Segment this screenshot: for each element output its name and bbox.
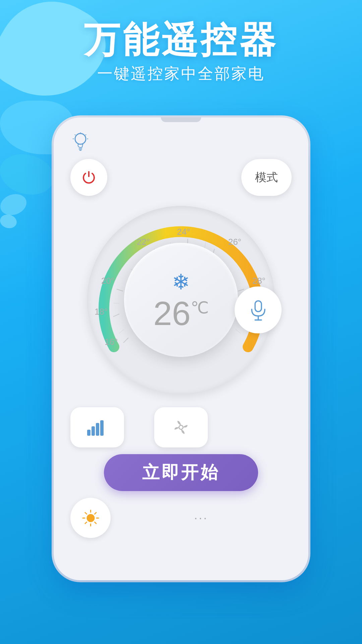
tick-16: 16° (105, 337, 118, 347)
start-button[interactable]: 立即开始 (104, 454, 258, 491)
svg-rect-24 (87, 430, 90, 436)
app-title: 万能遥控器 (0, 20, 362, 60)
start-label: 立即开始 (142, 461, 220, 484)
snowflake-icon: ❄ (172, 270, 190, 294)
svg-line-14 (238, 289, 244, 291)
bulb-icon[interactable] (70, 132, 90, 152)
tick-24: 24° (177, 227, 190, 237)
svg-line-16 (119, 329, 124, 333)
dots-container: ··· (111, 511, 292, 525)
svg-point-0 (75, 133, 86, 144)
mode-label: 模式 (255, 170, 278, 185)
svg-line-37 (85, 513, 87, 514)
svg-rect-27 (100, 420, 104, 436)
center-temp-circle: ❄ 26 ℃ (124, 243, 238, 357)
svg-line-23 (236, 329, 241, 333)
temperature-value: 26 (153, 297, 190, 330)
sun-button[interactable] (70, 498, 111, 538)
svg-line-4 (75, 135, 75, 135)
bg-blob-4 (0, 191, 29, 219)
header: 万能遥控器 一键遥控家中全部家电 (0, 20, 362, 84)
svg-line-10 (117, 289, 123, 291)
phone-mockup: 模式 (54, 117, 308, 580)
top-controls: 模式 (70, 159, 292, 196)
svg-line-5 (85, 135, 86, 135)
svg-rect-29 (255, 301, 261, 312)
bg-blob-5 (0, 213, 18, 230)
temp-unit: ℃ (191, 300, 209, 316)
svg-line-8 (123, 338, 128, 343)
svg-line-9 (113, 314, 119, 317)
power-button[interactable] (70, 159, 107, 196)
tick-20: 20° (101, 276, 114, 286)
svg-line-40 (85, 522, 87, 524)
tick-28: 28° (252, 276, 265, 286)
app-subtitle: 一键遥控家中全部家电 (0, 63, 362, 84)
bg-blob-3 (0, 154, 54, 195)
tick-18: 18° (95, 307, 108, 317)
tick-26: 26° (228, 237, 241, 247)
remote-ui: 模式 (54, 122, 308, 580)
tick-22: 22° (137, 237, 150, 247)
phone-notch (161, 117, 201, 122)
mic-button[interactable] (235, 286, 282, 333)
svg-rect-26 (96, 423, 99, 436)
svg-line-39 (95, 513, 96, 514)
svg-rect-25 (92, 426, 95, 436)
svg-point-28 (179, 425, 183, 429)
wind-speed-button[interactable] (70, 407, 124, 447)
bottom-controls-row1 (70, 407, 292, 447)
mode-button[interactable]: 模式 (241, 159, 292, 196)
fan-button[interactable] (154, 407, 208, 447)
svg-line-38 (95, 522, 96, 524)
last-row: ··· (70, 498, 292, 538)
more-dots[interactable]: ··· (194, 511, 208, 525)
svg-point-32 (86, 514, 95, 522)
